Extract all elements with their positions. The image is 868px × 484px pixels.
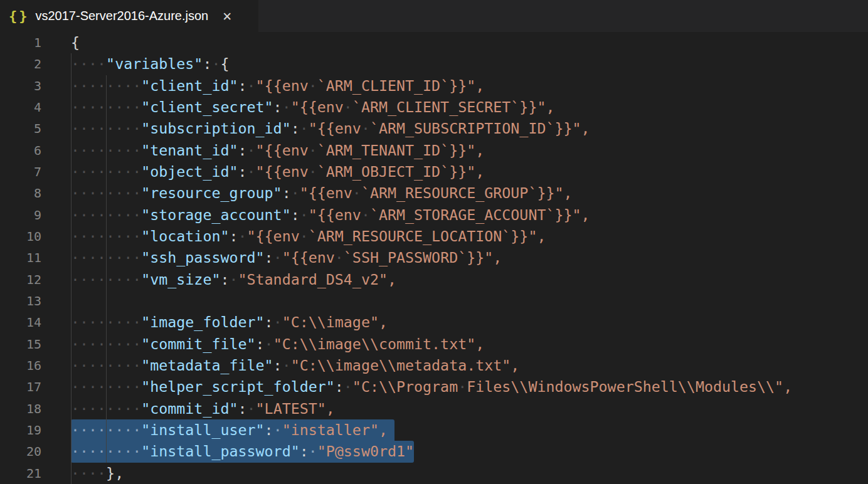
json-string: "C:\\image\\commit.txt", — [273, 335, 485, 352]
whitespace: · — [247, 400, 256, 417]
code-line-17[interactable]: 17········"helper_script_folder":·"C:\\P… — [0, 376, 868, 397]
code-line-content: { — [71, 32, 868, 53]
code-line-content: ····"variables":·{ — [71, 53, 868, 75]
code-line-10[interactable]: 10········"location":·"{{env·`ARM_RESOUR… — [0, 226, 868, 247]
json-key: "metadata_file" — [141, 357, 273, 374]
code-editor[interactable]: 1{2····"variables":·{3········"client_id… — [0, 32, 868, 484]
line-number[interactable]: 20 — [0, 441, 71, 462]
code-line-18[interactable]: 18········"commit_id":·"LATEST", — [0, 398, 868, 419]
whitespace: · — [458, 378, 467, 395]
whitespace: ········ — [71, 120, 141, 137]
code-line-content: ········"image_folder":·"C:\\image", — [71, 312, 868, 333]
tab-bar: {} vs2017-Server2016-Azure.json ✕ — [0, 0, 868, 32]
whitespace: · — [247, 163, 256, 180]
line-number[interactable]: 3 — [0, 75, 71, 97]
json-key: "variables" — [106, 55, 203, 72]
tab-close-icon[interactable]: ✕ — [222, 9, 232, 23]
code-line-12[interactable]: 12········"vm_size":·"Standard_DS4_v2", — [0, 269, 868, 290]
json-key: "tenant_id" — [141, 142, 238, 159]
code-line-21[interactable]: 21····}, — [0, 463, 868, 484]
line-number[interactable]: 6 — [0, 140, 71, 161]
code-line-content: ········"commit_id":·"LATEST", — [71, 398, 868, 419]
line-number[interactable]: 17 — [0, 376, 71, 397]
code-line-1[interactable]: 1{ — [0, 32, 868, 53]
code-line-4[interactable]: 4········"client_secret":·"{{env·`ARM_CL… — [0, 97, 868, 118]
line-number[interactable]: 16 — [0, 355, 71, 376]
punctuation: : — [300, 443, 309, 460]
code-line-content: ········"subscription_id":·"{{env·`ARM_S… — [71, 118, 868, 139]
line-number[interactable]: 18 — [0, 398, 71, 419]
whitespace: ········ — [71, 98, 141, 115]
code-line-19[interactable]: 19········"install_user":·"installer", — [0, 419, 868, 441]
line-number[interactable]: 1 — [0, 32, 71, 53]
json-key: "resource_group" — [141, 184, 282, 201]
whitespace: ········ — [71, 335, 141, 352]
code-line-content: ········"install_password":·"P@ssw0rd1" — [71, 441, 868, 462]
json-key: "ssh_password" — [141, 249, 264, 266]
code-line-7[interactable]: 7········"object_id":·"{{env·`ARM_OBJECT… — [0, 161, 868, 182]
json-string: `ARM_SUBSCRIPTION_ID`}}", — [370, 120, 590, 137]
code-line-5[interactable]: 5········"subscription_id":·"{{env·`ARM_… — [0, 118, 868, 139]
json-key: "commit_file" — [141, 335, 255, 352]
json-string: "C:\\image\\metadata.txt", — [291, 357, 520, 374]
whitespace: ········ — [71, 184, 141, 201]
json-string: `ARM_OBJECT_ID`}}", — [317, 163, 485, 180]
line-number[interactable]: 10 — [0, 226, 71, 247]
whitespace: · — [300, 206, 309, 223]
whitespace: · — [361, 206, 370, 223]
line-number[interactable]: 11 — [0, 247, 71, 268]
json-string: "{{env — [256, 77, 309, 94]
code-line-2[interactable]: 2····"variables":·{ — [0, 53, 868, 75]
whitespace: ········ — [71, 313, 141, 330]
punctuation: : — [256, 335, 265, 352]
line-number[interactable]: 15 — [0, 334, 71, 355]
whitespace: ········ — [71, 77, 141, 94]
json-key: "client_id" — [141, 77, 238, 94]
code-line-9[interactable]: 9········"storage_account":·"{{env·`ARM_… — [0, 204, 868, 226]
code-line-content: ········"tenant_id":·"{{env·`ARM_TENANT_… — [71, 140, 868, 161]
json-string: `ARM_STORAGE_ACCOUNT`}}", — [370, 206, 590, 223]
code-line-20[interactable]: 20········"install_password":·"P@ssw0rd1… — [0, 441, 868, 462]
code-line-6[interactable]: 6········"tenant_id":·"{{env·`ARM_TENANT… — [0, 140, 868, 161]
code-line-16[interactable]: 16········"metadata_file":·"C:\\image\\m… — [0, 355, 868, 376]
json-key: "image_folder" — [141, 313, 264, 330]
punctuation: : — [238, 163, 247, 180]
selection-highlight: ········"install_password":·"P@ssw0rd1" — [71, 441, 414, 462]
line-number[interactable]: 21 — [0, 463, 71, 484]
code-line-15[interactable]: 15········"commit_file":·"C:\\image\\com… — [0, 334, 868, 355]
json-string: "C:\\Program — [352, 378, 458, 395]
line-number[interactable]: 7 — [0, 161, 71, 182]
vscode-window: {} vs2017-Server2016-Azure.json ✕ 1{2···… — [0, 0, 868, 484]
json-string: "{{env — [309, 206, 361, 223]
code-line-content: ········"object_id":·"{{env·`ARM_OBJECT_… — [71, 161, 868, 182]
line-number[interactable]: 14 — [0, 312, 71, 333]
line-number[interactable]: 5 — [0, 118, 71, 139]
code-line-13[interactable]: 13 — [0, 290, 868, 312]
whitespace: ········ — [71, 163, 141, 180]
punctuation: : — [203, 55, 211, 72]
json-string: `ARM_CLIENT_ID`}}", — [317, 77, 485, 94]
line-number[interactable]: 9 — [0, 204, 71, 226]
json-key: "storage_account" — [141, 206, 290, 223]
code-line-11[interactable]: 11········"ssh_password":·"{{env·`SSH_PA… — [0, 247, 868, 268]
line-number[interactable]: 13 — [0, 290, 71, 312]
line-number[interactable]: 12 — [0, 269, 71, 290]
line-number[interactable]: 2 — [0, 53, 71, 75]
line-number[interactable]: 4 — [0, 97, 71, 118]
indent-guide — [71, 290, 71, 312]
whitespace: · — [352, 184, 361, 201]
json-string: `ARM_RESOURCE_LOCATION`}}", — [309, 228, 546, 245]
tab-vs2017-server2016-azure-json[interactable]: {} vs2017-Server2016-Azure.json ✕ — [0, 0, 258, 32]
code-line-3[interactable]: 3········"client_id":·"{{env·`ARM_CLIENT… — [0, 75, 868, 97]
punctuation: }, — [106, 465, 124, 481]
code-line-content: ····}, — [71, 463, 868, 484]
json-string: "{{env — [247, 228, 300, 245]
whitespace: · — [309, 443, 317, 460]
whitespace: · — [229, 271, 238, 288]
json-string: "{{env — [291, 98, 344, 115]
code-line-14[interactable]: 14········"image_folder":·"C:\\image", — [0, 312, 868, 333]
code-line-content: ········"resource_group":·"{{env·`ARM_RE… — [71, 182, 868, 204]
line-number[interactable]: 8 — [0, 182, 71, 204]
line-number[interactable]: 19 — [0, 419, 71, 441]
code-line-8[interactable]: 8········"resource_group":·"{{env·`ARM_R… — [0, 182, 868, 204]
